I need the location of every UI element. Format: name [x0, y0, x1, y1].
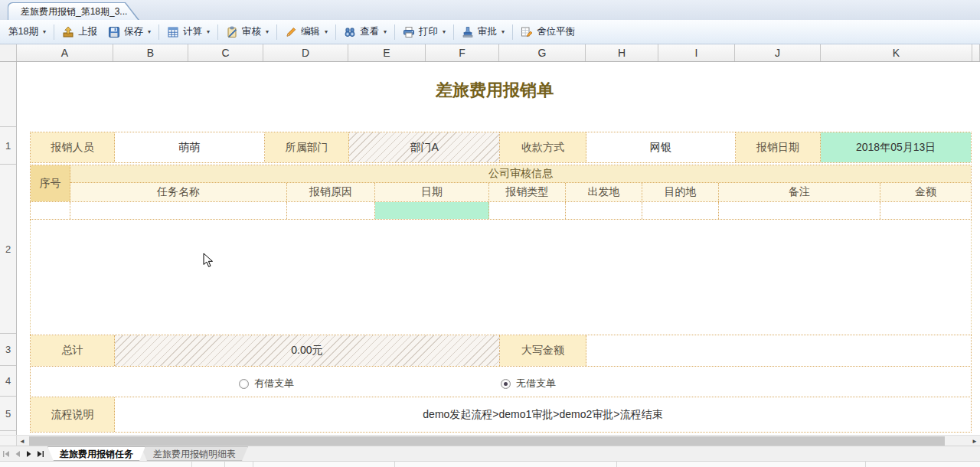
group-header: 公司审核信息 — [70, 165, 971, 183]
upload-icon — [62, 26, 74, 38]
approve-dropdown[interactable]: 审批 ▾ — [456, 22, 510, 41]
col-header-task-name: 任务名称 — [70, 183, 287, 201]
form-header-row: 报销人员 萌萌 所属部门 部门A 收款方式 网银 报销日期 2018年05月13… — [30, 132, 972, 163]
column-header-K[interactable]: K — [821, 44, 972, 61]
scroll-left-icon[interactable]: ◄ — [17, 436, 28, 446]
cell-date-selected[interactable] — [375, 202, 489, 219]
column-header-stub — [972, 44, 980, 61]
caps-amount-value-cell[interactable] — [586, 335, 971, 366]
row-header-title[interactable] — [0, 62, 16, 127]
horizontal-scrollbar: ◄ ► — [0, 435, 980, 446]
page-title: 差旅费用报销单 — [18, 77, 972, 103]
payment-method-value-cell[interactable]: 网银 — [586, 132, 736, 162]
col-header-remark: 备注 — [719, 183, 880, 201]
last-sheet-icon[interactable] — [34, 446, 46, 461]
chevron-down-icon: ▾ — [384, 28, 387, 35]
row-header-3[interactable]: 3 — [0, 334, 16, 366]
column-headers: A B C D E F G H I J K — [0, 44, 980, 62]
period-dropdown[interactable]: 第18期 ▾ — [3, 22, 51, 41]
view-dropdown[interactable]: 查看 ▾ — [338, 22, 392, 41]
document-tab[interactable]: 差旅费用报销_第18期_3... — [8, 2, 139, 20]
edit-dropdown[interactable]: 编辑 ▾ — [279, 22, 333, 41]
department-value-cell[interactable]: 部门A — [349, 132, 500, 162]
cell-reason[interactable] — [287, 202, 375, 219]
first-sheet-icon[interactable] — [0, 446, 11, 461]
document-tab-title: 差旅费用报销_第18期_3... — [21, 5, 127, 18]
cell-amount[interactable] — [880, 202, 971, 219]
total-row: 总计 0.00元 大写金额 — [30, 335, 972, 367]
column-header-H[interactable]: H — [586, 44, 658, 61]
document-tabbar: 差旅费用报销_第18期_3... — [0, 0, 980, 20]
expense-date-label: 报销日期 — [736, 132, 822, 162]
binoculars-icon — [344, 26, 356, 38]
toolbar-separator — [276, 24, 277, 40]
sheet-tab-task[interactable]: 差旅费用报销任务 — [47, 446, 145, 461]
col-header-amount: 金额 — [880, 183, 971, 201]
save-dropdown[interactable]: 保存 ▾ — [103, 22, 156, 41]
column-header-C[interactable]: C — [188, 44, 263, 61]
chevron-down-icon: ▾ — [148, 28, 151, 35]
column-header-A[interactable]: A — [17, 44, 113, 61]
col-header-origin: 出发地 — [566, 183, 642, 201]
radio-no-loan-slip[interactable]: 无借支单 — [501, 377, 556, 390]
col-header-destination: 目的地 — [642, 183, 719, 201]
rounding-balance-button[interactable]: 舍位平衡 — [515, 22, 580, 41]
column-header-D[interactable]: D — [263, 44, 348, 61]
detail-table-empty-row — [30, 201, 972, 220]
col-header-date: 日期 — [375, 183, 489, 201]
cell-task-name[interactable] — [70, 202, 287, 219]
toolbar-separator — [158, 24, 159, 40]
scroll-right-icon[interactable]: ► — [969, 436, 980, 446]
applicant-value-cell[interactable]: 萌萌 — [115, 132, 265, 162]
stamp-icon — [462, 26, 474, 38]
total-value-cell[interactable]: 0.00元 — [115, 335, 500, 366]
radio-unselected-icon[interactable] — [239, 379, 249, 389]
print-dropdown[interactable]: 打印 ▾ — [397, 22, 451, 41]
calculate-dropdown[interactable]: 计算 ▾ — [162, 22, 215, 41]
column-header-J[interactable]: J — [735, 44, 821, 61]
grid-corner[interactable] — [0, 44, 17, 61]
toolbar: 第18期 ▾ 上报 保存 ▾ 计算 ▾ 审核 ▾ 编辑 ▾ — [0, 20, 980, 44]
radio-selected-icon[interactable] — [501, 379, 511, 389]
scrollbar-corner — [0, 436, 17, 446]
radio-has-loan-slip[interactable]: 有借支单 — [239, 377, 294, 390]
scrollbar-thumb[interactable] — [29, 436, 945, 446]
sheet-page: 差旅费用报销单 报销人员 萌萌 所属部门 部门A 收款方式 网银 报销日期 20… — [18, 62, 980, 435]
department-label: 所属部门 — [265, 132, 350, 162]
sheet-tab-detail[interactable]: 差旅费用报销明细表 — [141, 446, 248, 461]
cell-type[interactable] — [489, 202, 566, 219]
app-window: 差旅费用报销_第18期_3... 第18期 ▾ 上报 保存 ▾ 计算 ▾ 审核 — [0, 0, 980, 467]
cell-origin[interactable] — [566, 202, 642, 219]
edit-pencil-icon — [285, 26, 297, 38]
col-header-type: 报销类型 — [489, 183, 566, 201]
column-header-E[interactable]: E — [348, 44, 426, 61]
prev-sheet-icon[interactable] — [11, 446, 23, 461]
save-icon — [108, 26, 120, 38]
column-header-B[interactable]: B — [113, 44, 188, 61]
submit-button[interactable]: 上报 — [57, 22, 103, 41]
column-header-G[interactable]: G — [499, 44, 586, 61]
loan-slip-row: 有借支单 无借支单 — [30, 366, 972, 397]
audit-icon — [226, 26, 238, 38]
cell-destination[interactable] — [642, 202, 719, 219]
row-header-2[interactable]: 2 — [0, 165, 16, 334]
cell-remark[interactable] — [719, 202, 880, 219]
row-header-4[interactable]: 4 — [0, 366, 16, 397]
flow-value-cell[interactable]: demo发起流程>demo1审批>demo2审批>流程结束 — [115, 397, 971, 432]
chevron-down-icon: ▾ — [501, 28, 505, 35]
chevron-down-icon: ▾ — [43, 28, 46, 35]
empty-zone[interactable] — [30, 220, 972, 335]
column-header-F[interactable]: F — [426, 44, 499, 61]
applicant-label: 报销人员 — [31, 132, 115, 162]
expense-form: 报销人员 萌萌 所属部门 部门A 收款方式 网银 报销日期 2018年05月13… — [30, 132, 972, 433]
next-sheet-icon[interactable] — [23, 446, 34, 461]
column-header-I[interactable]: I — [658, 44, 735, 61]
printer-icon — [403, 26, 415, 38]
row-header-5[interactable]: 5 — [0, 397, 16, 431]
toolbar-separator — [512, 24, 513, 40]
chevron-down-icon: ▾ — [443, 28, 446, 35]
row-header-1[interactable]: 1 — [0, 127, 16, 165]
cell-seq[interactable] — [31, 202, 70, 219]
audit-dropdown[interactable]: 审核 ▾ — [220, 22, 274, 41]
expense-date-value-cell[interactable]: 2018年05月13日 — [821, 132, 971, 162]
